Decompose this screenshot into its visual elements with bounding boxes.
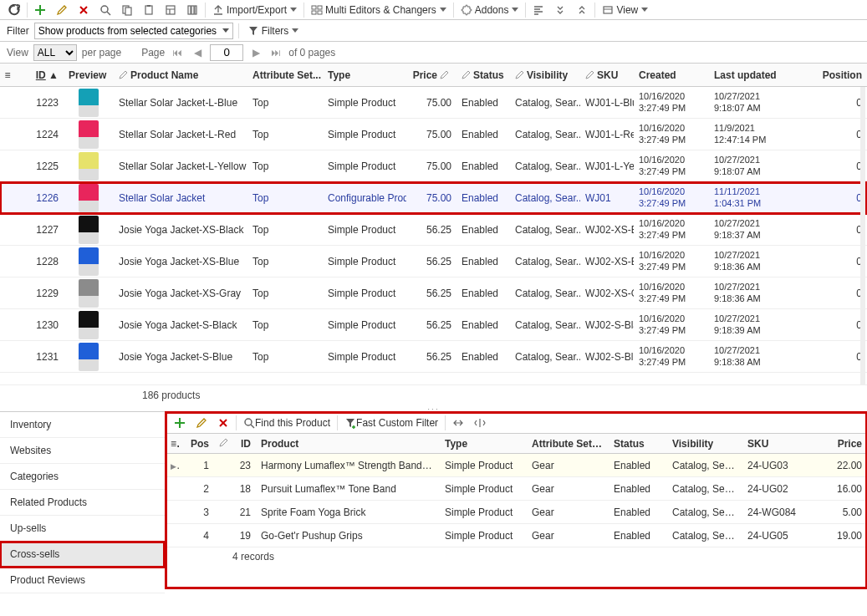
table-row[interactable]: 1227Josie Yoga Jacket-XS-BlackTopSimple …	[0, 214, 867, 246]
table-row[interactable]: 1226Stellar Solar JacketTopConfigurable …	[0, 182, 867, 214]
delete-button[interactable]	[74, 2, 93, 18]
detail-column-visibility[interactable]: Visibility	[667, 438, 742, 450]
detail-column-id[interactable]: ID	[229, 438, 256, 450]
detail-toolbar: Find this Product Fast Custom Filter	[166, 412, 867, 434]
detail-delete-button[interactable]	[214, 415, 232, 431]
filter-select[interactable]: Show products from selected categories	[34, 23, 233, 39]
detail-cell-type: Simple Product	[440, 460, 527, 471]
add-button[interactable]	[31, 2, 49, 18]
detail-row-selector-header[interactable]: ≡	[166, 438, 181, 450]
detail-row[interactable]: 123Harmony Lumaflex™ Strength Band KitSi…	[166, 454, 867, 477]
detail-tab-product-reviews[interactable]: Product Reviews	[0, 568, 165, 593]
detail-column-price[interactable]: Price	[803, 438, 867, 450]
edit-button[interactable]	[53, 2, 71, 18]
column-price[interactable]: Price	[406, 69, 456, 81]
column-type[interactable]: Type	[323, 69, 406, 81]
paste-button[interactable]	[140, 2, 158, 18]
scrollbar[interactable]	[860, 87, 865, 384]
filters-menu[interactable]: Filters	[244, 23, 303, 39]
chevron-down-icon	[290, 8, 297, 12]
cell-updated: 11/11/20211:04:31 PM	[709, 186, 786, 208]
cell-id: 1228	[15, 256, 64, 267]
prev-page-button[interactable]: ◀	[190, 45, 205, 60]
first-page-button[interactable]: ⏮	[170, 45, 185, 60]
detail-column-edit[interactable]	[214, 438, 229, 450]
table-row[interactable]: 1224Stellar Solar Jacket-L-RedTopSimple …	[0, 119, 867, 150]
table-row[interactable]: 1223Stellar Solar Jacket-L-BlueTopSimple…	[0, 87, 867, 119]
table-row[interactable]: 1225Stellar Solar Jacket-L-YellowTopSimp…	[0, 150, 867, 182]
detail-tab-related-products[interactable]: Related Products	[0, 490, 165, 516]
detail-cell-status: Enabled	[609, 507, 667, 518]
detail-cell-status: Enabled	[609, 530, 667, 542]
addons-menu[interactable]: Addons	[457, 2, 523, 18]
collapse-all-button[interactable]	[573, 2, 591, 18]
detail-column-status[interactable]: Status	[609, 438, 667, 450]
cell-sku: WJ02-S-Black	[580, 319, 634, 331]
table-row[interactable]: 1228Josie Yoga Jacket-XS-BlueTopSimple P…	[0, 246, 867, 277]
next-page-button[interactable]: ▶	[248, 45, 263, 60]
column-preview[interactable]: Preview	[64, 69, 114, 81]
detail-cell-visibility: Catalog, Search	[667, 530, 742, 542]
cell-status: Enabled	[456, 192, 510, 204]
detail-column-attribute-set[interactable]: Attribute Set Na	[527, 438, 609, 450]
detail-column-sku[interactable]: SKU	[742, 438, 803, 450]
column-position[interactable]: Position	[786, 69, 867, 81]
layout-button[interactable]	[161, 2, 180, 18]
cell-price: 56.25	[406, 224, 456, 236]
detail-tab-inventory[interactable]: Inventory	[0, 412, 165, 438]
detail-tab-websites[interactable]: Websites	[0, 438, 165, 464]
vertical-splitter[interactable]: ···	[0, 405, 867, 411]
fast-filter-button[interactable]: Fast Custom Filter	[341, 415, 441, 431]
page-input[interactable]	[210, 44, 243, 61]
copy-button[interactable]	[118, 2, 136, 18]
cell-id: 1231	[15, 351, 64, 363]
table-row[interactable]: 1230Josie Yoga Jacket-S-BlackTopSimple P…	[0, 309, 867, 341]
view-label: View	[616, 4, 638, 16]
align-left-button[interactable]	[529, 2, 548, 18]
product-thumb	[79, 89, 99, 117]
import-export-menu[interactable]: Import/Export	[209, 2, 300, 18]
cell-created: 10/16/20203:27:49 PM	[634, 91, 709, 113]
page-size-select[interactable]: ALL	[33, 44, 77, 61]
detail-tab-categories[interactable]: Categories	[0, 464, 165, 490]
detail-row[interactable]: 218Pursuit Lumaflex™ Tone BandSimple Pro…	[166, 477, 867, 501]
column-attribute-set[interactable]: Attribute Set...	[247, 69, 323, 81]
refresh-button[interactable]	[5, 2, 23, 18]
view-menu[interactable]: View	[599, 2, 651, 18]
toolbar-separator	[238, 23, 239, 38]
cell-updated: 10/27/20219:18:07 AM	[709, 91, 786, 113]
column-last-updated[interactable]: Last updated	[709, 69, 786, 81]
find-product-button[interactable]: Find this Product	[240, 415, 334, 431]
detail-column-type[interactable]: Type	[440, 438, 527, 450]
detail-tab-up-sells[interactable]: Up-sells	[0, 516, 165, 542]
column-product-name[interactable]: Product Name	[114, 69, 247, 81]
detail-add-button[interactable]	[171, 415, 189, 431]
column-sku[interactable]: SKU	[580, 69, 634, 81]
detail-edit-button[interactable]	[192, 415, 211, 431]
detail-row-handle[interactable]	[166, 460, 181, 471]
column-status[interactable]: Status	[456, 69, 510, 81]
detail-row[interactable]: 321Sprite Foam Yoga BrickSimple ProductG…	[166, 501, 867, 524]
split-columns-button[interactable]	[471, 415, 489, 431]
table-row[interactable]: 1229Josie Yoga Jacket-XS-GrayTopSimple P…	[0, 277, 867, 309]
detail-column-product[interactable]: Product	[256, 438, 440, 450]
cell-type: Simple Product	[323, 129, 406, 140]
table-row[interactable]: 1231Josie Yoga Jacket-S-BlueTopSimple Pr…	[0, 341, 867, 373]
filter-bar: Filter Show products from selected categ…	[0, 20, 867, 42]
row-selector-header[interactable]: ≡	[0, 69, 15, 81]
column-created[interactable]: Created	[634, 69, 709, 81]
detail-column-pos[interactable]: Pos	[181, 438, 214, 450]
expand-all-button[interactable]	[551, 2, 569, 18]
svg-rect-4	[147, 5, 150, 7]
column-visibility[interactable]: Visibility	[510, 69, 580, 81]
autofit-icon	[452, 417, 464, 429]
multi-editors-menu[interactable]: Multi Editors & Changers	[308, 2, 450, 18]
detail-cell-pos: 1	[181, 460, 214, 471]
column-id[interactable]: ID ▲	[15, 69, 64, 81]
search-button[interactable]	[96, 2, 115, 18]
detail-tab-cross-sells[interactable]: Cross-sells	[0, 542, 165, 568]
autofit-button[interactable]	[449, 415, 467, 431]
last-page-button[interactable]: ⏭	[268, 45, 283, 60]
columns-button[interactable]	[183, 2, 201, 18]
detail-row[interactable]: 419Go-Get'r Pushup GripsSimple ProductGe…	[166, 524, 867, 547]
